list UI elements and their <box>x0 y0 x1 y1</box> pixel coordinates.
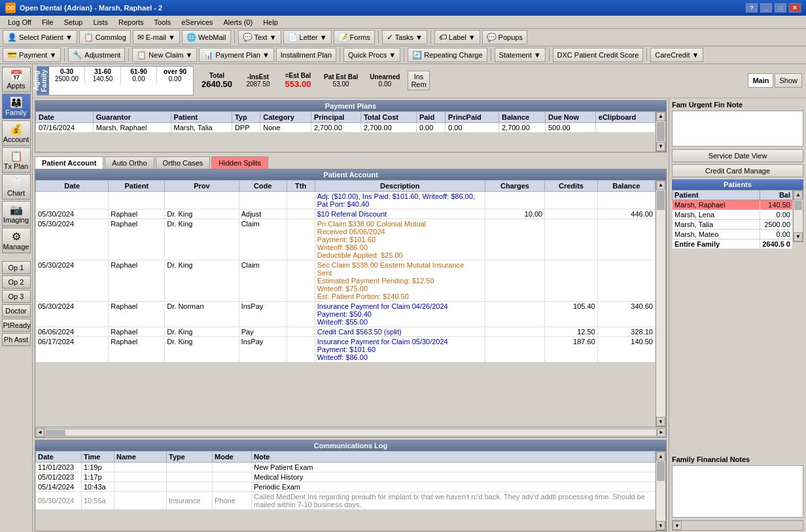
webmail-btn[interactable]: 🌐WebMail <box>182 30 231 44</box>
table-row[interactable]: Adj: ($10.00), Ins Paid: $101.60, Writeo… <box>36 191 656 209</box>
cl-scrollbar[interactable]: ▲ ▼ <box>656 451 666 531</box>
letter-btn[interactable]: 📄Letter▼ <box>283 30 332 44</box>
sidebar-imaging[interactable]: 📷 Imaging <box>2 201 31 226</box>
sidebar-op3[interactable]: Op 3 <box>2 290 31 303</box>
maximize-btn[interactable]: □ <box>775 3 786 12</box>
tab-auto-ortho[interactable]: Auto Ortho <box>105 156 154 169</box>
credit-card-manage-btn[interactable]: Credit Card Manage <box>672 164 803 177</box>
popups-btn[interactable]: 💬Popups <box>482 30 527 44</box>
pa-hscroll[interactable]: ◄ ► <box>35 427 666 437</box>
close-btn[interactable]: ✕ <box>789 3 801 12</box>
sidebar-appts[interactable]: 📅 Appts <box>2 67 31 92</box>
tasks-btn[interactable]: ✓Tasks▼ <box>382 30 427 44</box>
menu-lists[interactable]: Lists <box>88 17 113 27</box>
sidebar-phasst[interactable]: Ph Asst <box>2 333 31 346</box>
table-row[interactable]: 06/17/2024 Raphael Dr. King InsPay Insur… <box>36 336 656 362</box>
label-btn[interactable]: 🏷Label▼ <box>434 30 480 44</box>
scroll-down[interactable]: ▼ <box>656 142 665 151</box>
list-item[interactable]: 05/14/2024 10:43a Periodic Exam <box>36 482 656 492</box>
menu-help[interactable]: Help <box>258 17 283 27</box>
quick-procs-btn[interactable]: Quick Procs▼ <box>343 48 400 62</box>
menu-eservices[interactable]: eServices <box>176 17 218 27</box>
scroll-right[interactable]: ► <box>657 428 666 437</box>
pa-scrollbar[interactable]: ▲ ▼ <box>656 180 666 427</box>
scroll-left[interactable]: ◄ <box>35 428 44 437</box>
service-date-view-btn[interactable]: Service Date View <box>672 149 803 162</box>
list-item[interactable]: 05/30/2024 10:55a Insurance Phone Called… <box>36 492 656 510</box>
menu-logoff[interactable]: Log Off <box>3 17 37 27</box>
scroll-up4[interactable]: ▲ <box>794 190 803 200</box>
patients-scrollbar[interactable]: ▲ ▼ <box>793 190 803 242</box>
list-item[interactable]: Marsh, Raphael 140.50 <box>673 200 793 209</box>
aging-over90-label: over 90 <box>164 68 186 75</box>
sidebar-account[interactable]: 💰 Account <box>2 120 31 146</box>
scroll-down3[interactable]: ▼ <box>656 521 665 530</box>
help-btn[interactable]: ? <box>746 3 758 12</box>
unearned-value: 0.00 <box>379 80 391 88</box>
ins-rem-button[interactable]: Ins Rem <box>408 71 429 90</box>
adjustment-btn[interactable]: 🔧Adjustment <box>68 48 125 62</box>
email-btn[interactable]: ✉E-mail▼ <box>133 30 180 44</box>
care-credit-btn[interactable]: CareCredit▼ <box>650 48 703 62</box>
sidebar-op2[interactable]: Op 2 <box>2 275 31 289</box>
right-scroll-arrow[interactable]: ▼ <box>673 521 682 530</box>
pa-col-patient: Patient <box>109 180 165 191</box>
pa-code: Adjust <box>239 209 287 219</box>
installment-plan-btn[interactable]: Installment Plan <box>276 48 336 62</box>
table-row[interactable]: 05/30/2024 Raphael Dr. Norman InsPay Ins… <box>36 301 656 327</box>
menu-setup[interactable]: Setup <box>59 17 88 27</box>
pa-patient: Raphael <box>109 301 165 327</box>
menu-alerts[interactable]: Alerts (0) <box>219 17 258 27</box>
menu-reports[interactable]: Reports <box>113 17 149 27</box>
list-item[interactable]: 05/01/2023 1:17p Medical History <box>36 472 656 482</box>
cl-col-mode: Mode <box>213 452 252 463</box>
list-item[interactable]: Marsh, Mateo 0.00 <box>673 229 793 239</box>
new-claim-btn[interactable]: 📋New Claim▼ <box>132 48 197 62</box>
payment-plan-btn[interactable]: 📊Payment Plan▼ <box>199 48 273 62</box>
sidebar-chart[interactable]: 🦷 Chart <box>2 174 31 200</box>
text-btn[interactable]: 💬Text▼ <box>238 30 281 44</box>
table-row[interactable]: 07/16/2024 Marsh, Raphael Marsh, Talia D… <box>36 122 656 132</box>
commlog-btn[interactable]: 📋Commlog <box>79 30 131 44</box>
comm-log-header: Communications Log <box>35 440 666 451</box>
table-row[interactable]: 05/30/2024 Raphael Dr. King Claim Pri Cl… <box>36 219 656 260</box>
pp-col-guarantor: Guarantor <box>93 111 171 122</box>
sidebar-ptready[interactable]: PtReady <box>2 319 31 332</box>
menu-file[interactable]: File <box>37 17 59 27</box>
scroll-down2[interactable]: ▼ <box>656 417 665 426</box>
sidebar-txplan[interactable]: 📋 Tx Plan <box>2 147 31 173</box>
payment-btn[interactable]: 💳Payment▼ <box>3 48 61 62</box>
tab-patient-account[interactable]: Patient Account <box>35 156 103 169</box>
table-row[interactable]: 05/30/2024 Raphael Dr. King Claim Sec Cl… <box>36 260 656 301</box>
pa-tth <box>287 260 315 301</box>
pa-patient: Raphael <box>109 327 165 336</box>
sidebar-doctor[interactable]: Doctor <box>2 304 31 317</box>
table-row[interactable]: 05/30/2024 Raphael Dr. King Adjust $10 R… <box>36 209 656 219</box>
statement-btn[interactable]: Statement▼ <box>495 48 546 62</box>
dxc-score-btn[interactable]: DXC Patient Credit Score <box>553 48 644 62</box>
scroll-up3[interactable]: ▲ <box>656 452 665 461</box>
scroll-up[interactable]: ▲ <box>656 112 665 121</box>
scroll-up2[interactable]: ▲ <box>656 181 665 190</box>
minimize-btn[interactable]: _ <box>760 3 772 12</box>
list-item[interactable]: 11/01/2023 1:19p New Patient Exam <box>36 463 656 472</box>
show-tab[interactable]: Show <box>775 73 802 88</box>
sidebar-family[interactable]: 👨‍👩‍👧 Family <box>2 94 31 119</box>
select-patient-btn[interactable]: 👤Select Patient▼ <box>3 30 77 44</box>
forms-btn[interactable]: 📝Forms <box>334 30 375 44</box>
right-scrollbar[interactable]: ▼ <box>672 520 803 531</box>
repeating-charge-btn[interactable]: 🔄Repeating Charge <box>408 48 487 62</box>
scroll-down4[interactable]: ▼ <box>794 232 803 241</box>
sidebar-op1[interactable]: Op 1 <box>2 261 31 274</box>
main-tab[interactable]: Main <box>748 73 773 88</box>
sidebar-manage[interactable]: ⚙ Manage <box>2 228 31 253</box>
pa-balance <box>597 260 655 301</box>
menu-tools[interactable]: Tools <box>149 17 177 27</box>
tab-ortho-cases[interactable]: Ortho Cases <box>156 156 211 169</box>
list-item[interactable]: Marsh, Talia 2500.00 <box>673 219 793 229</box>
tab-hidden-splits[interactable]: Hidden Splits <box>211 156 268 169</box>
table-row[interactable]: 06/06/2024 Raphael Dr. King Pay Credit C… <box>36 327 656 336</box>
list-item[interactable]: Marsh, Lena 0.00 <box>673 209 793 219</box>
pp-scrollbar[interactable]: ▲ ▼ <box>656 111 666 152</box>
cl-note: Called MedDent Ins regarding preauth for… <box>252 492 656 510</box>
